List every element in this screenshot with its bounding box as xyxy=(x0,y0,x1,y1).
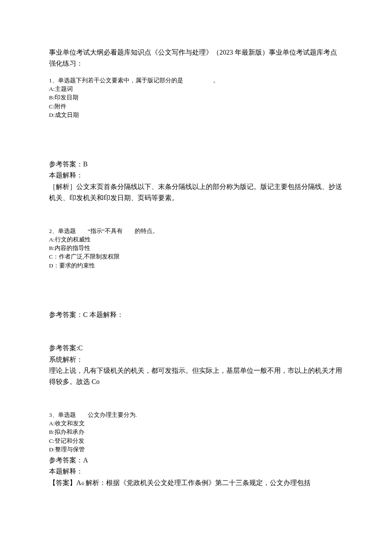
q1-explain-label: 本题解释： xyxy=(49,170,343,181)
q3-option-d: D:整理与保管 xyxy=(49,445,343,454)
intro-text: 事业单位考试大纲必看题库知识点《公文写作与处理》（2023 年最新版）事业单位考… xyxy=(49,47,343,70)
q2-stem: 2、单选题 “指示”不具有 的特点。 xyxy=(49,227,343,235)
q1-option-c: C:附件 xyxy=(49,102,343,111)
q1-option-d: D:成文日期 xyxy=(49,111,343,119)
q3-option-c: C:登记和分发 xyxy=(49,437,343,445)
q3-stem: 3、单选题 公文办理主要分为. xyxy=(49,411,343,419)
q2-option-c: C：作者广泛,不限制发权限 xyxy=(49,253,343,261)
spacer xyxy=(49,204,343,225)
q3-option-b: B:拟办和承办 xyxy=(49,428,343,436)
q2-explain-label: 系统解析： xyxy=(49,354,343,365)
q3-explain-label: 本题解释： xyxy=(49,466,343,477)
spacer xyxy=(49,320,343,342)
q3-explain-body: 【答案】A₀ 解析：根据《党政机关公文处理工作条例》第二十三条规定，公文办理包括 xyxy=(49,477,343,488)
q1-stem: 1、单选题下列若干公文要素中，属于版记部分的是 。 xyxy=(49,76,343,85)
q2-option-d: D：要求的约束性 xyxy=(49,262,343,270)
q1-option-a: A:主题词 xyxy=(49,85,343,93)
q3-option-a: A:收文和发文 xyxy=(49,419,343,428)
q2-option-b: B:内容的指导性 xyxy=(49,244,343,253)
q2-answer2: 参考答案:C xyxy=(49,343,343,354)
spacer xyxy=(49,388,343,409)
document-page: 事业单位考试大纲必看题库知识点《公文写作与处理》（2023 年最新版）事业单位考… xyxy=(0,0,392,514)
q1-explain-body: ［解析］公文末页首条分隔线以下、末条分隔线以上的部分称为版记。版记主要包括分隔线… xyxy=(49,181,343,204)
q2-explain-body: 理论上说，凡有下级机关的机关，都可发指示。但实际上，基层单位一般不用，市以上的机… xyxy=(49,365,343,388)
q2-option-a: A:行文的权威性 xyxy=(49,235,343,244)
q1-answer: 参考答案：B xyxy=(49,159,343,170)
spacer xyxy=(49,270,343,308)
q3-answer: 参考答案：A xyxy=(49,455,343,466)
spacer xyxy=(49,119,343,158)
q1-option-b: B:印发日期 xyxy=(49,93,343,102)
q2-answer: 参考答案：C 本题解释： xyxy=(49,309,343,320)
